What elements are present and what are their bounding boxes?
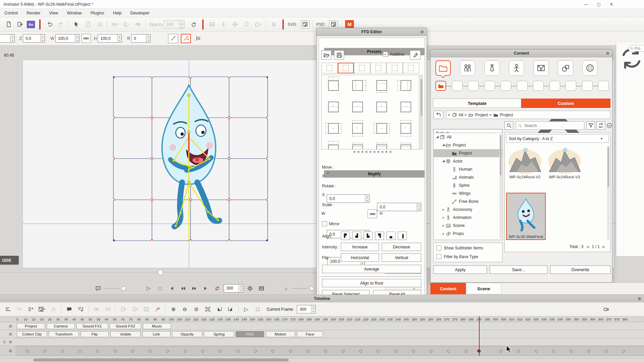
- remove-key-icon[interactable]: [130, 305, 140, 314]
- track-disable-icon[interactable]: ⊗: [9, 349, 12, 353]
- previous-frame-button[interactable]: [178, 284, 187, 293]
- align-to-root-button[interactable]: Align to Root: [322, 279, 421, 287]
- preset-category-tab-0[interactable]: [321, 63, 338, 73]
- keyframe-diamond[interactable]: [78, 350, 82, 353]
- load-preset-button[interactable]: [321, 50, 331, 60]
- keyframe-diamond[interactable]: [149, 350, 152, 353]
- rotate-icon[interactable]: [241, 20, 252, 29]
- menu-item-plugins[interactable]: Plugins: [86, 9, 109, 17]
- panel-resize-dots[interactable]: ■ ■ ■ ■ ■ ■ ■ ■ ■ ■: [354, 150, 392, 154]
- intensity-decrease-button[interactable]: Decrease: [382, 243, 421, 251]
- keyframe-diamond[interactable]: [113, 350, 117, 353]
- move-y-field[interactable]: 0.0▴▾: [377, 203, 421, 211]
- track-button-spring[interactable]: Spring: [204, 331, 234, 337]
- character-water-drop[interactable]: [147, 82, 235, 243]
- filter-base-type-checkbox[interactable]: Filter by Base Type: [436, 254, 478, 259]
- clip-left-icon[interactable]: [91, 305, 101, 314]
- zoom-reset-icon[interactable]: ⊘: [191, 305, 201, 314]
- keyframe-diamond[interactable]: [96, 350, 99, 353]
- show-subfolder-checkbox[interactable]: Show Subfolder Items: [436, 245, 483, 250]
- keyframe-diamond[interactable]: [534, 350, 538, 353]
- chain-node-empty[interactable]: [484, 81, 495, 91]
- track-button-music[interactable]: Music: [143, 323, 171, 329]
- animation-category-icon[interactable]: [509, 60, 524, 76]
- playback-settings-icon[interactable]: [245, 284, 255, 293]
- grid-snap-icon[interactable]: [141, 305, 151, 314]
- props-category-icon[interactable]: [558, 60, 573, 76]
- next-page-icon[interactable]: ▶: [602, 244, 605, 249]
- chain-node-empty[interactable]: [468, 81, 479, 91]
- menu-item-render[interactable]: Render: [22, 9, 45, 17]
- menu-item-window[interactable]: Window: [62, 9, 86, 17]
- add-track-icon[interactable]: [3, 305, 13, 314]
- preset-item[interactable]: ↓: [322, 97, 346, 118]
- additive-checkbox-box[interactable]: ✓: [383, 52, 388, 57]
- link-wh-icon[interactable]: [82, 34, 91, 43]
- keyframe-diamond[interactable]: [359, 350, 362, 353]
- scene-category-icon[interactable]: [533, 60, 549, 76]
- align-h-right-button[interactable]: ▜: [375, 232, 384, 240]
- preset-item[interactable]: →: [394, 97, 418, 118]
- align-bottom-button[interactable]: ▟: [352, 232, 361, 240]
- breadcrumb-segment[interactable]: All: [459, 113, 463, 117]
- track-expand-icon[interactable]: ⊙: [3, 340, 6, 344]
- anchor-icon[interactable]: [219, 20, 229, 29]
- collapse-modify-icon[interactable]: −: [327, 172, 330, 175]
- chain-node-empty[interactable]: [533, 81, 544, 91]
- undo-icon[interactable]: [44, 20, 54, 29]
- playhead[interactable]: [479, 316, 480, 356]
- tree-item-spine[interactable]: Spine: [434, 181, 502, 189]
- play-button[interactable]: ▷: [144, 284, 153, 293]
- next-frame-button[interactable]: [190, 284, 199, 293]
- track-button-collect-clip[interactable]: Collect Clip: [17, 331, 47, 337]
- keyframe-diamond[interactable]: [517, 350, 520, 353]
- redo-icon[interactable]: [56, 20, 66, 29]
- keyframe-diamond[interactable]: [201, 350, 205, 353]
- tree-item-scene[interactable]: ▸Scene: [434, 222, 502, 230]
- go-to-start-button[interactable]: [167, 284, 176, 293]
- preset-item[interactable]: ↕: [346, 118, 370, 139]
- keyframe-diamond[interactable]: [622, 350, 626, 353]
- average-button[interactable]: Average: [322, 265, 421, 273]
- preset-item[interactable]: ↓: [370, 97, 394, 118]
- clip-right-icon[interactable]: [103, 305, 113, 314]
- tree-item-human[interactable]: Human: [434, 165, 502, 173]
- overwrite-button[interactable]: Overwrite: [550, 265, 610, 274]
- h-field[interactable]: 100,0▴▾: [98, 34, 122, 43]
- align-h-center-button[interactable]: ▐: [398, 232, 407, 240]
- chain-node-empty[interactable]: [582, 81, 593, 91]
- flip-vertical-button[interactable]: Vertical: [382, 253, 421, 262]
- caption-bubble-icon[interactable]: [93, 284, 103, 293]
- svg-edit-button[interactable]: [301, 20, 310, 28]
- prev-page-icon[interactable]: ◀: [586, 244, 589, 249]
- search-box[interactable]: [516, 121, 584, 130]
- z-field[interactable]: 0,0▴▾: [23, 34, 45, 43]
- timeline-ruler[interactable]: 5101520253035404550556065707580859095100…: [0, 316, 644, 322]
- keyframe-diamond[interactable]: [464, 350, 468, 353]
- preset-grid[interactable]: ↑→↓←↓→↓→↔↕↔↕↑: [321, 75, 419, 149]
- track-disable-icon[interactable]: ⊗: [9, 340, 12, 344]
- page-icon[interactable]: [83, 20, 93, 29]
- preset-item[interactable]: [394, 139, 418, 149]
- search-input[interactable]: [524, 123, 574, 128]
- motion-live-icon[interactable]: M: [345, 20, 354, 29]
- content-close-icon[interactable]: ⊗: [606, 51, 609, 56]
- keyframe-diamond[interactable]: [166, 350, 169, 353]
- track-button-face[interactable]: Face: [297, 331, 323, 337]
- keyframe-diamond[interactable]: [236, 350, 239, 353]
- keyframe-diamond[interactable]: [447, 350, 450, 353]
- keyframe-diamond[interactable]: [412, 350, 415, 353]
- keyframe-diamond[interactable]: [324, 350, 327, 353]
- volume-slider-knob[interactable]: [310, 286, 314, 291]
- preset-category-tab-2[interactable]: [354, 63, 370, 73]
- preset-category-tab-4[interactable]: [386, 63, 403, 73]
- accessory-category-icon[interactable]: [484, 60, 500, 76]
- current-frame-field[interactable]: 300▴▾: [297, 305, 316, 313]
- flip-icon[interactable]: ▾: [110, 20, 120, 29]
- tab-scene[interactable]: Scene: [466, 283, 501, 294]
- mirror-checkbox-box[interactable]: [322, 221, 327, 226]
- folder-tree[interactable]: ◤All◤ProjectProject◤ActorHumanAnimalsSpi…: [433, 133, 502, 240]
- preset-item[interactable]: ↓: [370, 75, 394, 97]
- psd-edit-button[interactable]: [329, 20, 338, 28]
- preset-item[interactable]: ↕: [394, 118, 418, 139]
